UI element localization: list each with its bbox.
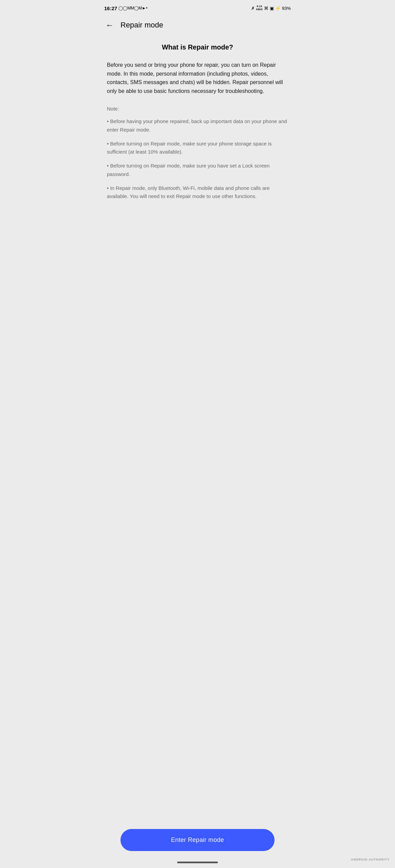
main-description: Before you send or bring your phone for … (107, 61, 288, 95)
note-item-2: • Before turning on Repair mode, make su… (107, 140, 288, 157)
bluetooth-icon: ✗ (251, 6, 255, 11)
charging-icon: ⚡ (275, 6, 281, 11)
note-item-3: • Before turning on Repair mode, make su… (107, 162, 288, 179)
main-content: What is Repair mode? Before you send or … (99, 37, 296, 254)
status-left: 16:27 ◯◯MM◯M►• (104, 5, 147, 11)
page-title: Repair mode (120, 21, 163, 29)
wifi-icon: ⌘ (264, 6, 268, 11)
status-bar: 16:27 ◯◯MM◯M►• ✗ 0.13 KB/S ⌘ ▣ ⚡ 93% (99, 0, 296, 15)
note-item-4: • In Repair mode, only Bluetooth, Wi-Fi,… (107, 184, 288, 201)
notification-icons: ◯◯MM◯M►• (118, 6, 147, 11)
note-label: Note: (107, 105, 288, 113)
status-time: 16:27 (104, 5, 117, 11)
status-right: ✗ 0.13 KB/S ⌘ ▣ ⚡ 93% (251, 5, 291, 11)
note-item-1: • Before having your phone repaired, bac… (107, 117, 288, 134)
toolbar: ← Repair mode (99, 15, 296, 37)
section-heading: What is Repair mode? (107, 43, 288, 51)
battery-level: 93% (282, 6, 291, 11)
notes-section: Note: • Before having your phone repaire… (107, 105, 288, 201)
back-icon: ← (106, 20, 114, 30)
signal-icon: ▣ (270, 6, 274, 11)
back-button[interactable]: ← (104, 19, 115, 31)
network-speed: 0.13 KB/S (256, 5, 263, 11)
